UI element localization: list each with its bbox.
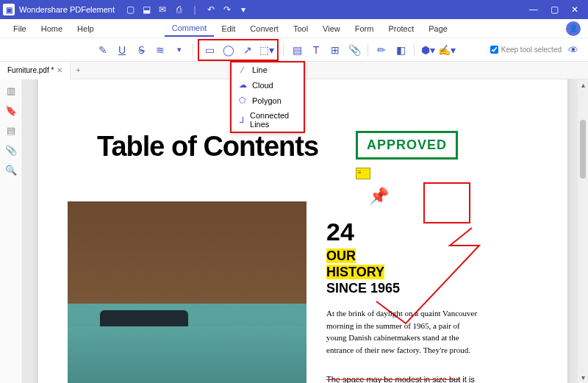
app-title: Wondershare PDFelement — [19, 5, 115, 14]
menu-file[interactable]: File — [6, 21, 34, 36]
sticky-note[interactable]: ≡ — [356, 168, 370, 179]
more-icon[interactable]: ▾ — [171, 41, 188, 59]
line-icon: ∕ — [237, 65, 248, 74]
comments-panel-icon[interactable]: ▤ — [7, 125, 15, 136]
separator — [414, 43, 415, 57]
separator — [193, 43, 193, 57]
bookmarks-icon[interactable]: 🔖 — [5, 105, 17, 116]
menu-protect[interactable]: Protect — [381, 21, 421, 36]
body-paragraph-2: The space may be modest in size but it i… — [326, 373, 481, 383]
heading-line3: SINCE 1965 — [326, 281, 400, 296]
text-tool-icon[interactable]: T — [307, 41, 325, 59]
menu-edit[interactable]: Edit — [214, 21, 243, 36]
menubar: File Home Help Comment Edit Convert Tool… — [0, 19, 588, 38]
cloud-icon: ☁ — [237, 80, 248, 90]
redo-icon[interactable]: ↷ — [222, 4, 232, 15]
save-icon[interactable]: ⬓ — [141, 4, 151, 15]
oval-shape-icon[interactable]: ◯ — [220, 41, 237, 59]
body-paragraph-1: At the brink of daylight on a quaint Van… — [326, 307, 481, 356]
pencil-tool-icon[interactable]: ✏ — [373, 41, 390, 59]
document-tab[interactable]: Furniture.pdf * ✕ — [0, 62, 71, 79]
titlebar: ▣ Wondershare PDFelement ▢ ⬓ ✉ ⎙ | ↶ ↷ ▾… — [0, 0, 588, 19]
menu-tool[interactable]: Tool — [286, 21, 315, 36]
menu-home[interactable]: Home — [34, 21, 70, 36]
visibility-icon[interactable]: 👁 — [564, 41, 582, 59]
dropdown-item-cloud[interactable]: ☁Cloud — [232, 77, 304, 93]
polygon-icon: ⬠ — [237, 96, 248, 105]
pushpin-icon[interactable]: 📌 — [369, 187, 389, 206]
rectangle-shape-icon[interactable]: ▭ — [201, 41, 218, 59]
print-icon[interactable]: ⎙ — [173, 4, 184, 15]
rectangle-annotation[interactable] — [423, 182, 470, 223]
strike-tool-icon[interactable]: S̶ — [132, 41, 150, 59]
separator — [283, 43, 284, 57]
shape-tools-group: ▭ ◯ ↗ ⬚▾ — [198, 39, 279, 61]
shapes-dropdown: ∕Line ☁Cloud ⬠Polygon ⅃Connected Lines — [231, 62, 304, 132]
stamp-tool-icon[interactable]: ⬢▾ — [419, 41, 437, 59]
separator — [368, 43, 368, 57]
scroll-down-icon[interactable]: ▾ — [580, 372, 587, 383]
connected-lines-icon: ⅃ — [237, 115, 245, 125]
left-panel: ▥ 🔖 ▤ 📎 🔍 — [0, 79, 22, 383]
undo-icon[interactable]: ↶ — [206, 4, 216, 15]
customize-icon[interactable]: ▾ — [238, 4, 248, 15]
eraser-tool-icon[interactable]: ◧ — [392, 41, 409, 59]
heading-line1: OUR — [326, 248, 356, 264]
thumbnails-icon[interactable]: ▥ — [7, 85, 15, 96]
dropdown-item-connected[interactable]: ⅃Connected Lines — [232, 108, 304, 132]
page-number: 24 — [326, 218, 354, 246]
dropdown-item-polygon[interactable]: ⬠Polygon — [232, 93, 304, 108]
minimize-button[interactable]: ― — [523, 0, 544, 19]
underline-tool-icon[interactable]: U — [113, 41, 131, 59]
user-avatar[interactable]: 👤 — [566, 21, 581, 36]
arrow-shape-icon[interactable]: ↗ — [239, 41, 257, 59]
close-tab-icon[interactable]: ✕ — [57, 66, 62, 74]
furniture-photo — [68, 201, 306, 383]
squiggly-tool-icon[interactable]: ≋ — [151, 41, 169, 59]
callout-tool-icon[interactable]: ⊞ — [326, 41, 344, 59]
note-tool-icon[interactable]: ▤ — [288, 41, 306, 59]
keep-tool-label: Keep tool selected — [501, 46, 562, 54]
scroll-up-icon[interactable]: ▴ — [580, 79, 587, 90]
menu-view[interactable]: View — [315, 21, 348, 36]
approved-stamp[interactable]: APPROVED — [356, 131, 458, 160]
comment-toolbar: ✎ U S̶ ≋ ▾ ▭ ◯ ↗ ⬚▾ ▤ T ⊞ 📎 ✏ ◧ ⬢▾ ✍▾ Ke… — [0, 38, 588, 62]
close-button[interactable]: ✕ — [564, 0, 585, 19]
scrollbar-thumb[interactable] — [580, 120, 586, 179]
more-shapes-icon[interactable]: ⬚▾ — [258, 41, 276, 59]
keep-tool-checkbox[interactable] — [490, 46, 498, 54]
tab-label: Furniture.pdf * — [7, 66, 54, 74]
mail-icon[interactable]: ✉ — [157, 4, 168, 15]
menu-convert[interactable]: Convert — [243, 21, 286, 36]
add-tab-button[interactable]: + — [71, 66, 85, 74]
highlight-tool-icon[interactable]: ✎ — [94, 41, 112, 59]
attachments-icon[interactable]: 📎 — [5, 145, 17, 156]
vertical-scrollbar[interactable]: ▴ ▾ — [578, 79, 588, 383]
app-logo: ▣ — [3, 4, 15, 15]
search-icon[interactable]: 🔍 — [5, 165, 17, 176]
heading-line2: HISTORY — [326, 265, 384, 280]
page-title: Table of Contents — [97, 131, 318, 162]
signature-tool-icon[interactable]: ✍▾ — [438, 41, 456, 59]
maximize-button[interactable]: ▢ — [544, 0, 564, 19]
attach-tool-icon[interactable]: 📎 — [345, 41, 363, 59]
dropdown-item-line[interactable]: ∕Line — [232, 62, 304, 77]
folder-icon[interactable]: ▢ — [125, 4, 135, 15]
menu-form[interactable]: Form — [348, 21, 381, 36]
menu-help[interactable]: Help — [70, 21, 101, 36]
menu-page[interactable]: Page — [421, 21, 455, 36]
menu-comment[interactable]: Comment — [165, 21, 215, 37]
